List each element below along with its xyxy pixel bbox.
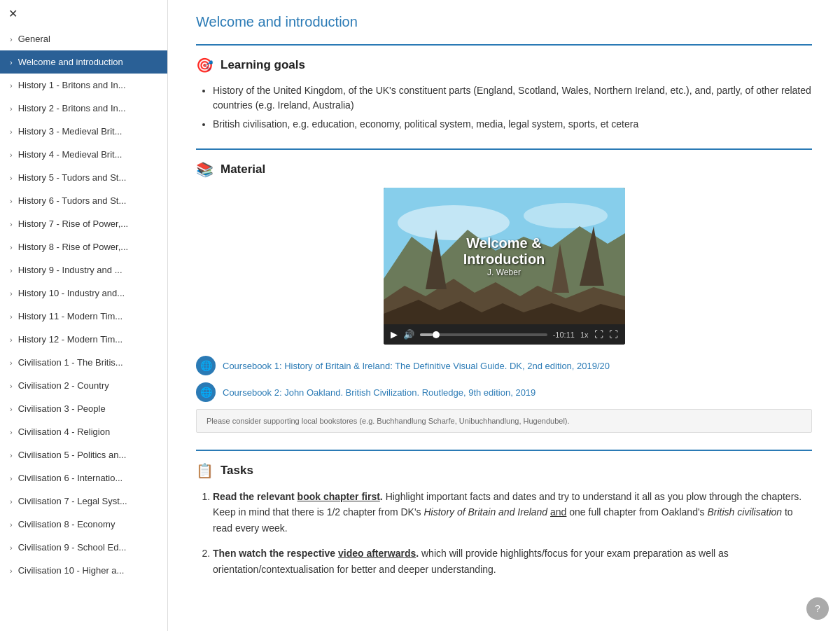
chevron-icon: › <box>10 243 13 251</box>
sidebar-item-history8[interactable]: › History 8 - Rise of Power,... <box>0 235 167 258</box>
sidebar-item-civ5[interactable]: › Civilisation 5 - Politics an... <box>0 443 167 466</box>
sidebar-item-civ7[interactable]: › Civilisation 7 - Legal Syst... <box>0 490 167 513</box>
sidebar-item-label: Civilisation 5 - Politics an... <box>18 450 160 460</box>
sidebar-item-history10[interactable]: › History 10 - Industry and... <box>0 282 167 305</box>
sidebar-item-label: Civilisation 4 - Religion <box>18 427 160 437</box>
video-title-overlay: Welcome & Introduction J. Weber <box>444 235 565 277</box>
learning-goals-section: 🎯 Learning goals History of the United K… <box>196 44 812 132</box>
sidebar-item-history5[interactable]: › History 5 - Tudors and St... <box>0 166 167 189</box>
chevron-icon: › <box>10 405 13 413</box>
chevron-icon: › <box>10 335 13 344</box>
sidebar-item-civ8[interactable]: › Civilisation 8 - Economy <box>0 513 167 536</box>
chevron-icon: › <box>10 451 13 459</box>
sidebar-item-label: History 9 - Industry and ... <box>18 265 160 275</box>
sidebar-item-history3[interactable]: › History 3 - Medieval Brit... <box>0 120 167 143</box>
progress-bar[interactable] <box>420 333 547 336</box>
sidebar-item-civ6[interactable]: › Civilisation 6 - Internatio... <box>0 466 167 490</box>
progress-dot <box>433 331 440 338</box>
sidebar-item-history9[interactable]: › History 9 - Industry and ... <box>0 258 167 282</box>
chevron-icon: › <box>10 58 13 67</box>
page-title: Welcome and introduction <box>196 14 812 30</box>
chevron-icon: › <box>10 497 13 506</box>
globe-icon-2: 🌐 <box>196 382 216 402</box>
clipboard-icon: 📋 <box>196 462 214 479</box>
sidebar-item-label: History 1 - Britons and In... <box>18 80 160 90</box>
video-subtitle: J. Weber <box>444 268 565 277</box>
chevron-icon: › <box>10 474 13 483</box>
sidebar-item-label: Civilisation 7 - Legal Syst... <box>18 496 160 506</box>
task2-underline: video afterwards <box>338 548 416 559</box>
sidebar-item-history1[interactable]: › History 1 - Britons and In... <box>0 74 167 97</box>
svg-point-2 <box>524 203 608 228</box>
sidebar-item-civ3[interactable]: › Civilisation 3 - People <box>0 397 167 420</box>
fullscreen-button[interactable]: ⛶ <box>594 329 603 340</box>
main-content: Welcome and introduction 🎯 Learning goal… <box>168 0 840 631</box>
sidebar-item-welcome[interactable]: › Welcome and introduction <box>0 50 167 74</box>
sidebar-item-label: Civilisation 8 - Economy <box>18 519 160 529</box>
chevron-icon: › <box>10 220 13 228</box>
chevron-icon: › <box>10 197 13 205</box>
sidebar-item-label: History 4 - Medieval Brit... <box>18 149 160 160</box>
tasks-header: 📋 Tasks <box>196 462 812 479</box>
sidebar-item-civ2[interactable]: › Civilisation 2 - Country <box>0 374 167 397</box>
sidebar-item-label: History 7 - Rise of Power,... <box>18 219 160 229</box>
chevron-icon: › <box>10 151 13 159</box>
task1-bold-start: Read the relevant book chapter first. <box>213 491 383 502</box>
material-title: Material <box>220 162 265 176</box>
sidebar-item-history4[interactable]: › History 4 - Medieval Brit... <box>0 143 167 166</box>
coursebook-2-link: 🌐 Coursebook 2: John Oakland. British Ci… <box>196 382 812 402</box>
chevron-icon: › <box>10 289 13 298</box>
tasks-list: Read the relevant book chapter first. Hi… <box>213 489 812 577</box>
list-item: History of the United Kingdom, of the UK… <box>213 83 812 113</box>
chevron-icon: › <box>10 428 13 436</box>
material-section: 📚 Material <box>196 148 812 433</box>
sidebar-item-label: Civilisation 6 - Internatio... <box>18 473 160 483</box>
coursebook-2-anchor[interactable]: Coursebook 2: John Oakland. British Civi… <box>223 387 536 398</box>
list-item: British civilisation, e.g. education, ec… <box>213 117 812 132</box>
video-player: Welcome & Introduction J. Weber ▶ 🔊 -10:… <box>384 188 625 345</box>
coursebook-1-anchor[interactable]: Coursebook 1: History of Britain & Irela… <box>223 361 610 371</box>
play-button[interactable]: ▶ <box>391 329 398 340</box>
sidebar-item-general[interactable]: › General <box>0 27 167 50</box>
sidebar-item-label: History 10 - Industry and... <box>18 288 160 298</box>
help-button[interactable]: ? <box>806 597 829 620</box>
playback-speed[interactable]: 1x <box>580 331 589 339</box>
chevron-icon: › <box>10 104 13 113</box>
sidebar: ✕ › General › Welcome and introduction ›… <box>0 0 168 631</box>
sidebar-item-label: Welcome and introduction <box>18 57 160 67</box>
sidebar-item-label: History 6 - Tudors and St... <box>18 195 160 206</box>
books-icon: 📚 <box>196 161 214 178</box>
video-thumbnail: Welcome & Introduction J. Weber <box>384 188 625 324</box>
chevron-icon: › <box>10 520 13 529</box>
sidebar-item-history12[interactable]: › History 12 - Modern Tim... <box>0 328 167 351</box>
chevron-icon: › <box>10 174 13 182</box>
tasks-section: 📋 Tasks Read the relevant book chapter f… <box>196 450 812 577</box>
video-main-title: Welcome & Introduction <box>444 235 565 268</box>
sidebar-item-label: History 8 - Rise of Power,... <box>18 242 160 252</box>
video-controls[interactable]: ▶ 🔊 -10:11 1x ⛶ ⛶ <box>384 324 625 345</box>
sidebar-item-label: History 12 - Modern Tim... <box>18 334 160 345</box>
sidebar-item-history2[interactable]: › History 2 - Britons and In... <box>0 97 167 120</box>
sidebar-item-history11[interactable]: › History 11 - Modern Tim... <box>0 305 167 328</box>
sidebar-item-civ1[interactable]: › Civilisation 1 - The Britis... <box>0 351 167 374</box>
chevron-icon: › <box>10 567 13 575</box>
task2-bold-start: Then watch the respective video afterwar… <box>213 548 419 559</box>
settings-button[interactable]: ⛶ <box>609 329 618 340</box>
sidebar-item-history6[interactable]: › History 6 - Tudors and St... <box>0 189 167 212</box>
globe-icon-1: 🌐 <box>196 356 216 375</box>
sidebar-item-civ10[interactable]: › Civilisation 10 - Higher a... <box>0 559 167 582</box>
target-icon: 🎯 <box>196 57 214 74</box>
sidebar-item-label: History 11 - Modern Tim... <box>18 311 160 321</box>
volume-button[interactable]: 🔊 <box>403 329 414 340</box>
learning-goals-list: History of the United Kingdom, of the UK… <box>213 83 812 132</box>
chevron-icon: › <box>10 359 13 367</box>
sidebar-item-civ4[interactable]: › Civilisation 4 - Religion <box>0 420 167 443</box>
close-button[interactable]: ✕ <box>0 0 167 27</box>
sidebar-item-label: Civilisation 3 - People <box>18 403 160 414</box>
sidebar-item-label: History 5 - Tudors and St... <box>18 172 160 183</box>
time-remaining: -10:11 <box>553 331 575 339</box>
chevron-icon: › <box>10 543 13 552</box>
sidebar-item-civ9[interactable]: › Civilisation 9 - School Ed... <box>0 536 167 559</box>
sidebar-item-history7[interactable]: › History 7 - Rise of Power,... <box>0 212 167 235</box>
sidebar-item-label: Civilisation 9 - School Ed... <box>18 542 160 553</box>
